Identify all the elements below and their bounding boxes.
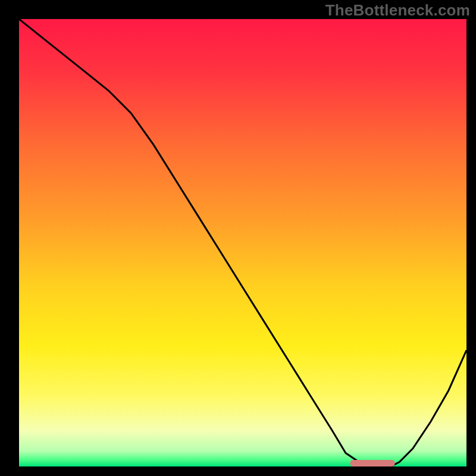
plot-area [19,19,466,466]
marker-layer [19,19,466,466]
chart-container: TheBottleneck.com [0,0,476,476]
watermark-label: TheBottleneck.com [325,1,470,20]
optimum-marker [350,460,395,466]
